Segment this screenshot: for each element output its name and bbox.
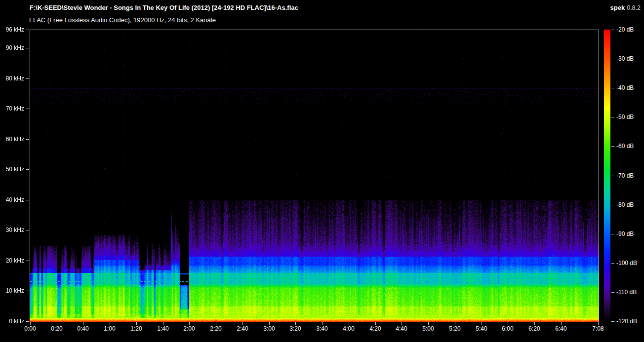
freq-tick-label: 90 kHz xyxy=(0,44,24,51)
db-tick-label: -100 dB xyxy=(616,260,637,266)
db-tick-mark xyxy=(611,30,614,30)
freq-tick-mark xyxy=(26,291,29,291)
freq-tick-label: 96 kHz xyxy=(0,26,24,33)
stream-info: FLAC (Free Lossless Audio Codec), 192000… xyxy=(29,16,216,24)
spectrogram-canvas xyxy=(30,30,599,322)
db-tick-mark xyxy=(611,292,614,293)
time-tick-mark xyxy=(136,322,137,325)
time-tick-label: 0:00 xyxy=(16,325,44,332)
time-tick-mark xyxy=(375,322,376,325)
time-tick-label: 0:40 xyxy=(69,325,97,332)
freq-tick-mark xyxy=(26,200,29,200)
db-tick-label: -80 dB xyxy=(616,201,634,208)
time-tick-label: 2:20 xyxy=(202,325,230,332)
time-tick-mark xyxy=(561,322,562,325)
time-tick-label: 3:40 xyxy=(308,325,336,332)
time-tick-mark xyxy=(216,322,216,325)
time-tick-label: 0:20 xyxy=(43,325,71,332)
db-tick-mark xyxy=(611,176,614,176)
time-tick-label: 1:20 xyxy=(122,325,150,332)
time-tick-mark xyxy=(402,322,402,325)
time-tick-mark xyxy=(83,322,83,325)
time-tick-mark xyxy=(428,322,429,325)
db-tick-label: -120 dB xyxy=(616,318,637,325)
time-tick-mark xyxy=(242,322,243,325)
time-tick-label: 5:00 xyxy=(414,325,442,332)
db-tick-mark xyxy=(611,146,614,147)
time-tick-label: 2:00 xyxy=(175,325,203,332)
app-brand: spek0.8.2 xyxy=(610,4,641,12)
freq-tick-label: 80 kHz xyxy=(0,75,24,82)
db-tick-label: -30 dB xyxy=(616,55,634,62)
freq-tick-mark xyxy=(26,169,29,170)
time-tick-mark xyxy=(163,322,163,325)
time-tick-label: 3:20 xyxy=(282,325,309,332)
time-tick-mark xyxy=(57,322,57,325)
freq-tick-mark xyxy=(26,261,29,261)
db-tick-mark xyxy=(611,263,614,264)
freq-tick-mark xyxy=(26,30,29,30)
time-tick-mark xyxy=(534,322,535,325)
time-tick-mark xyxy=(322,322,322,325)
time-tick-label: 4:20 xyxy=(362,325,389,332)
freq-tick-label: 20 kHz xyxy=(0,257,24,264)
db-tick-mark xyxy=(611,59,614,59)
freq-tick-mark xyxy=(26,321,29,322)
time-tick-label: 2:40 xyxy=(229,325,256,332)
freq-tick-mark xyxy=(26,139,29,140)
db-tick-label: -20 dB xyxy=(616,26,634,33)
db-color-scale xyxy=(604,30,610,322)
db-tick-mark xyxy=(611,88,614,88)
db-tick-mark xyxy=(611,117,614,117)
app-name: spek xyxy=(610,4,625,11)
time-tick-label: 6:00 xyxy=(494,325,522,332)
time-tick-mark xyxy=(30,322,31,325)
time-tick-label: 4:40 xyxy=(388,325,415,332)
time-tick-mark xyxy=(598,322,599,325)
freq-tick-label: 10 kHz xyxy=(0,287,24,294)
file-path-title: F:\K-SEED\Stevie Wonder - Songs In The K… xyxy=(30,4,298,12)
spectrogram-frame xyxy=(30,30,599,322)
time-tick-mark xyxy=(508,322,508,325)
freq-tick-mark xyxy=(26,109,29,109)
db-tick-label: -90 dB xyxy=(616,230,634,237)
db-tick-mark xyxy=(611,321,614,322)
db-tick-label: -40 dB xyxy=(616,84,634,91)
time-tick-label: 3:00 xyxy=(255,325,283,332)
time-tick-mark xyxy=(349,322,349,325)
time-tick-label: 5:40 xyxy=(468,325,495,332)
time-tick-mark xyxy=(269,322,270,325)
freq-tick-mark xyxy=(26,48,29,48)
time-tick-mark xyxy=(455,322,455,325)
time-tick-label: 6:20 xyxy=(521,325,548,332)
time-tick-label: 1:00 xyxy=(96,325,123,332)
db-tick-label: -70 dB xyxy=(616,172,634,179)
db-tick-label: -50 dB xyxy=(616,114,634,120)
time-tick-label: 4:00 xyxy=(335,325,362,332)
time-tick-mark xyxy=(110,322,110,325)
freq-tick-mark xyxy=(26,230,29,230)
db-tick-label: -60 dB xyxy=(616,143,634,150)
freq-tick-label: 30 kHz xyxy=(0,227,24,233)
time-tick-label: 1:40 xyxy=(149,325,177,332)
freq-tick-label: 0 kHz xyxy=(0,318,24,325)
time-tick-label: 7:08 xyxy=(584,325,612,332)
time-tick-mark xyxy=(295,322,296,325)
freq-tick-mark xyxy=(26,78,29,79)
time-tick-label: 5:20 xyxy=(441,325,469,332)
db-tick-label: -110 dB xyxy=(616,289,637,296)
freq-tick-label: 70 kHz xyxy=(0,105,24,112)
freq-tick-label: 40 kHz xyxy=(0,196,24,203)
app-version: 0.8.2 xyxy=(627,4,641,11)
time-tick-mark xyxy=(189,322,190,325)
freq-tick-label: 60 kHz xyxy=(0,136,24,143)
db-tick-mark xyxy=(611,205,614,205)
time-tick-label: 6:40 xyxy=(547,325,575,332)
time-tick-mark xyxy=(482,322,482,325)
db-tick-mark xyxy=(611,234,614,234)
freq-tick-label: 50 kHz xyxy=(0,166,24,173)
